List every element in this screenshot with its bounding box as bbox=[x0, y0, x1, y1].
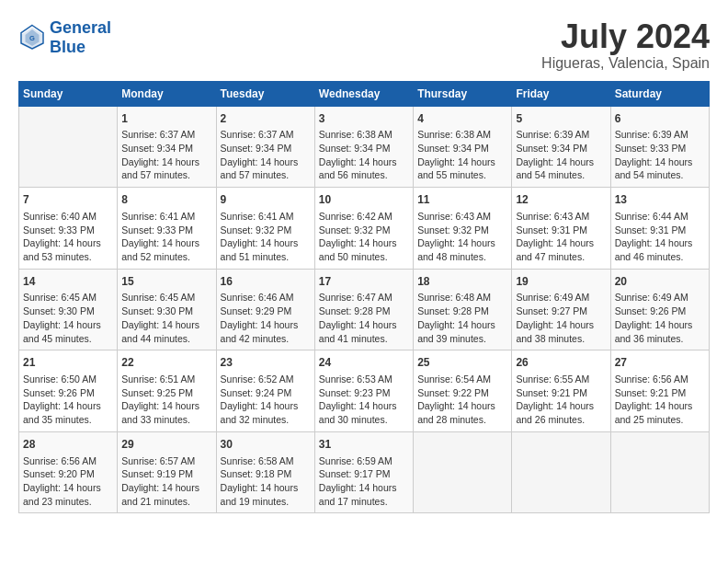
table-row: 2 Sunrise: 6:37 AMSunset: 9:34 PMDayligh… bbox=[216, 106, 314, 188]
day-number: 15 bbox=[121, 274, 211, 290]
day-info: Sunrise: 6:57 AMSunset: 9:19 PMDaylight:… bbox=[121, 454, 211, 509]
day-number: 1 bbox=[121, 111, 211, 127]
day-number: 20 bbox=[615, 274, 705, 290]
day-number: 23 bbox=[221, 355, 311, 371]
day-info: Sunrise: 6:56 AMSunset: 9:20 PMDaylight:… bbox=[23, 454, 113, 509]
day-info: Sunrise: 6:54 AMSunset: 9:22 PMDaylight:… bbox=[417, 373, 507, 427]
day-number: 25 bbox=[417, 355, 507, 371]
table-row: 9 Sunrise: 6:41 AMSunset: 9:32 PMDayligh… bbox=[216, 188, 314, 270]
day-info: Sunrise: 6:55 AMSunset: 9:21 PMDaylight:… bbox=[516, 373, 606, 427]
day-info: Sunrise: 6:48 AMSunset: 9:28 PMDaylight:… bbox=[417, 291, 507, 345]
table-row: 21 Sunrise: 6:50 AMSunset: 9:26 PMDaylig… bbox=[19, 350, 118, 432]
table-row: 31 Sunrise: 6:59 AMSunset: 9:17 PMDaylig… bbox=[314, 431, 413, 513]
day-number: 17 bbox=[319, 274, 409, 290]
day-number: 27 bbox=[615, 355, 705, 371]
header-monday: Monday bbox=[118, 81, 216, 106]
calendar-week-row: 14 Sunrise: 6:45 AMSunset: 9:30 PMDaylig… bbox=[19, 269, 710, 350]
day-info: Sunrise: 6:47 AMSunset: 9:28 PMDaylight:… bbox=[319, 291, 409, 345]
day-number: 29 bbox=[121, 437, 211, 453]
header-tuesday: Tuesday bbox=[216, 81, 314, 106]
day-info: Sunrise: 6:49 AMSunset: 9:26 PMDaylight:… bbox=[615, 291, 705, 345]
table-row bbox=[512, 431, 610, 513]
day-number: 9 bbox=[221, 192, 311, 208]
table-row: 15 Sunrise: 6:45 AMSunset: 9:30 PMDaylig… bbox=[118, 269, 216, 350]
table-row bbox=[414, 431, 512, 513]
day-info: Sunrise: 6:43 AMSunset: 9:31 PMDaylight:… bbox=[516, 210, 606, 264]
day-number: 3 bbox=[319, 111, 409, 127]
table-row bbox=[610, 431, 709, 513]
day-info: Sunrise: 6:45 AMSunset: 9:30 PMDaylight:… bbox=[121, 291, 211, 345]
day-number: 4 bbox=[417, 111, 507, 127]
table-row: 4 Sunrise: 6:38 AMSunset: 9:34 PMDayligh… bbox=[414, 106, 512, 188]
header-saturday: Saturday bbox=[610, 81, 709, 106]
table-row: 28 Sunrise: 6:56 AMSunset: 9:20 PMDaylig… bbox=[19, 431, 118, 513]
day-info: Sunrise: 6:43 AMSunset: 9:32 PMDaylight:… bbox=[417, 210, 507, 264]
logo-icon: G bbox=[18, 24, 46, 52]
day-number: 28 bbox=[23, 437, 113, 453]
day-info: Sunrise: 6:59 AMSunset: 9:17 PMDaylight:… bbox=[319, 454, 409, 509]
calendar-table: Sunday Monday Tuesday Wednesday Thursday… bbox=[18, 81, 710, 514]
table-row: 30 Sunrise: 6:58 AMSunset: 9:18 PMDaylig… bbox=[216, 431, 314, 513]
day-number: 24 bbox=[319, 355, 409, 371]
day-info: Sunrise: 6:49 AMSunset: 9:27 PMDaylight:… bbox=[516, 291, 606, 345]
calendar-week-row: 28 Sunrise: 6:56 AMSunset: 9:20 PMDaylig… bbox=[19, 431, 710, 513]
table-row: 20 Sunrise: 6:49 AMSunset: 9:26 PMDaylig… bbox=[610, 269, 709, 350]
day-number: 19 bbox=[516, 274, 606, 290]
day-number: 5 bbox=[516, 111, 606, 127]
day-info: Sunrise: 6:38 AMSunset: 9:34 PMDaylight:… bbox=[417, 128, 507, 182]
table-row: 5 Sunrise: 6:39 AMSunset: 9:34 PMDayligh… bbox=[512, 106, 610, 188]
day-info: Sunrise: 6:38 AMSunset: 9:34 PMDaylight:… bbox=[319, 128, 409, 182]
day-info: Sunrise: 6:51 AMSunset: 9:25 PMDaylight:… bbox=[121, 373, 211, 427]
table-row: 10 Sunrise: 6:42 AMSunset: 9:32 PMDaylig… bbox=[314, 188, 413, 270]
table-row: 18 Sunrise: 6:48 AMSunset: 9:28 PMDaylig… bbox=[414, 269, 512, 350]
day-info: Sunrise: 6:37 AMSunset: 9:34 PMDaylight:… bbox=[221, 128, 311, 182]
title-block: July 2024 Higueras, Valencia, Spain bbox=[541, 18, 710, 72]
day-number: 2 bbox=[221, 111, 311, 127]
table-row bbox=[19, 106, 118, 188]
logo-text: General Blue bbox=[50, 18, 111, 57]
month-title: July 2024 bbox=[541, 18, 710, 55]
day-number: 22 bbox=[121, 355, 211, 371]
day-info: Sunrise: 6:41 AMSunset: 9:33 PMDaylight:… bbox=[121, 210, 211, 264]
day-number: 31 bbox=[319, 437, 409, 453]
calendar-week-row: 7 Sunrise: 6:40 AMSunset: 9:33 PMDayligh… bbox=[19, 188, 710, 270]
day-info: Sunrise: 6:58 AMSunset: 9:18 PMDaylight:… bbox=[221, 454, 311, 509]
location-subtitle: Higueras, Valencia, Spain bbox=[541, 55, 710, 72]
header-wednesday: Wednesday bbox=[314, 81, 413, 106]
calendar-week-row: 1 Sunrise: 6:37 AMSunset: 9:34 PMDayligh… bbox=[19, 106, 710, 188]
table-row: 11 Sunrise: 6:43 AMSunset: 9:32 PMDaylig… bbox=[414, 188, 512, 270]
day-number: 6 bbox=[615, 111, 705, 127]
table-row: 12 Sunrise: 6:43 AMSunset: 9:31 PMDaylig… bbox=[512, 188, 610, 270]
header-sunday: Sunday bbox=[19, 81, 118, 106]
day-number: 26 bbox=[516, 355, 606, 371]
table-row: 23 Sunrise: 6:52 AMSunset: 9:24 PMDaylig… bbox=[216, 350, 314, 432]
svg-text:G: G bbox=[29, 34, 35, 42]
table-row: 27 Sunrise: 6:56 AMSunset: 9:21 PMDaylig… bbox=[610, 350, 709, 432]
day-number: 21 bbox=[23, 355, 113, 371]
day-number: 16 bbox=[221, 274, 311, 290]
header-friday: Friday bbox=[512, 81, 610, 106]
table-row: 22 Sunrise: 6:51 AMSunset: 9:25 PMDaylig… bbox=[118, 350, 216, 432]
day-info: Sunrise: 6:44 AMSunset: 9:31 PMDaylight:… bbox=[615, 210, 705, 264]
table-row: 13 Sunrise: 6:44 AMSunset: 9:31 PMDaylig… bbox=[610, 188, 709, 270]
day-number: 14 bbox=[23, 274, 113, 290]
table-row: 6 Sunrise: 6:39 AMSunset: 9:33 PMDayligh… bbox=[610, 106, 709, 188]
logo: G General Blue bbox=[18, 18, 111, 57]
day-info: Sunrise: 6:52 AMSunset: 9:24 PMDaylight:… bbox=[221, 373, 311, 427]
table-row: 19 Sunrise: 6:49 AMSunset: 9:27 PMDaylig… bbox=[512, 269, 610, 350]
weekday-header-row: Sunday Monday Tuesday Wednesday Thursday… bbox=[19, 81, 710, 106]
day-number: 18 bbox=[417, 274, 507, 290]
header-thursday: Thursday bbox=[414, 81, 512, 106]
table-row: 17 Sunrise: 6:47 AMSunset: 9:28 PMDaylig… bbox=[314, 269, 413, 350]
table-row: 8 Sunrise: 6:41 AMSunset: 9:33 PMDayligh… bbox=[118, 188, 216, 270]
day-info: Sunrise: 6:39 AMSunset: 9:34 PMDaylight:… bbox=[516, 128, 606, 182]
table-row: 29 Sunrise: 6:57 AMSunset: 9:19 PMDaylig… bbox=[118, 431, 216, 513]
table-row: 25 Sunrise: 6:54 AMSunset: 9:22 PMDaylig… bbox=[414, 350, 512, 432]
day-info: Sunrise: 6:39 AMSunset: 9:33 PMDaylight:… bbox=[615, 128, 705, 182]
day-info: Sunrise: 6:37 AMSunset: 9:34 PMDaylight:… bbox=[121, 128, 211, 182]
day-number: 7 bbox=[23, 192, 113, 208]
table-row: 16 Sunrise: 6:46 AMSunset: 9:29 PMDaylig… bbox=[216, 269, 314, 350]
day-info: Sunrise: 6:50 AMSunset: 9:26 PMDaylight:… bbox=[23, 373, 113, 427]
page-header: G General Blue July 2024 Higueras, Valen… bbox=[18, 18, 710, 72]
day-number: 8 bbox=[121, 192, 211, 208]
